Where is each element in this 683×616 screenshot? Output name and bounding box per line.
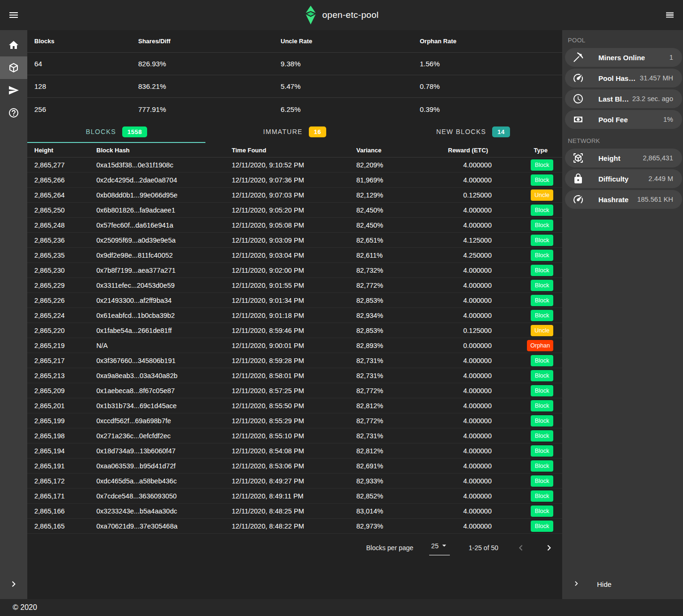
stats-cell: 1.56% [420,60,562,68]
time-cell: 12/11/2020, 9:01:18 PM [232,312,356,319]
hash-cell: 0x9df2e98e...811fc40052 [96,252,232,259]
pool-section-title: POOL [562,30,683,48]
left-nav-rail [0,30,27,599]
next-page-button[interactable] [543,542,555,553]
sidebar-item-help[interactable] [0,102,27,124]
reward-cell: 4.000000 [448,372,492,379]
stat-label: Height [598,154,620,162]
type-badge: Block [531,400,553,411]
height-cell: 2,865,219 [34,342,96,349]
stat-value: 31.457 MH [638,74,673,82]
height-cell: 2,865,226 [34,297,96,304]
type-cell: Block [492,310,562,321]
block-row: 2,865,2640xb08dd0b1...99e066d95e12/11/20… [27,188,562,203]
time-cell: 12/11/2020, 8:55:50 PM [232,402,356,410]
tab-count-badge: 16 [309,126,326,137]
time-cell: 12/11/2020, 9:02:00 PM [232,267,356,274]
hide-sidebar-button[interactable]: Hide [562,575,683,593]
type-cell: Uncle [492,325,562,336]
variance-cell: 82,732% [356,267,448,274]
type-badge: Orphan [527,340,553,351]
stat-item-pool-hashrate: Pool Hashrate31.457 MH [565,69,682,87]
height-cell: 2,865,230 [34,267,96,274]
sidebar-item-payments[interactable] [0,79,27,102]
stats-cell: 64 [34,60,138,68]
type-badge: Uncle [531,325,553,336]
variance-cell: 83,014% [356,507,448,515]
type-cell: Block [492,521,562,532]
height-cell: 2,865,266 [34,176,96,184]
reward-cell: 4.000000 [448,297,492,304]
tab-new-blocks[interactable]: NEW BLOCKS14 [384,120,562,143]
reward-cell: 4.000000 [448,176,492,184]
type-badge: Block [531,295,553,306]
menu-icon[interactable] [8,9,19,21]
prev-page-button[interactable] [515,542,526,553]
time-cell: 12/11/2020, 8:59:46 PM [232,327,356,334]
tab-blocks[interactable]: BLOCKS1558 [27,120,205,143]
expand-sidebar-button[interactable] [0,573,27,595]
reward-cell: 4.000000 [448,387,492,395]
stats-cell: 6.25% [281,105,420,113]
stats-header: Blocks [34,38,138,45]
variance-cell: 82,893% [356,342,448,349]
height-cell: 2,865,220 [34,327,96,334]
tab-count-badge: 1558 [122,126,147,137]
time-cell: 12/11/2020, 9:07:03 PM [232,191,356,199]
type-cell: Block [492,174,562,186]
hash-cell: 0xdc465d5a...a58beb436c [96,477,232,485]
tab-immature[interactable]: IMMATURE16 [205,120,384,143]
variance-cell: 82,450% [356,221,448,229]
stats-row: 256777.91%6.25%0.39% [27,98,562,120]
stat-value: 185.561 KH [635,196,673,203]
cash-icon [573,114,584,125]
main-content: Blocks Shares/Diff Uncle Rate Orphan Rat… [27,30,562,599]
type-cell: Block [492,295,562,306]
stats-header: Orphan Rate [420,38,562,45]
reward-cell: 0.000000 [448,342,492,349]
block-row: 2,865,2660x2dc4295d...2dae0a870412/11/20… [27,173,562,188]
sidebar-item-blocks[interactable] [0,56,27,79]
block-row: 2,865,1980x271a236c...0efcfdf2ec12/11/20… [27,428,562,443]
type-badge: Block [531,355,553,366]
copyright-text: © 2020 [13,603,37,612]
type-cell: Block [492,220,562,231]
type-badge: Block [531,235,553,246]
blocks-header-row: Height Block Hash Time Found Variance Re… [27,143,562,158]
right-menu-icon[interactable] [664,9,675,21]
per-page-select[interactable]: 25 [429,541,450,555]
reward-cell: 4.000000 [448,221,492,229]
type-badge: Block [531,265,553,276]
hash-cell: 0x3f367660...345806b191 [96,357,232,364]
height-cell: 2,865,165 [34,522,96,530]
type-cell: Block [492,235,562,246]
block-row: 2,865,2090x1aebeca8...8f67c05e8712/11/20… [27,383,562,398]
reward-cell: 4.125000 [448,237,492,244]
gauge-icon [573,194,584,205]
hash-cell: 0xccdf562f...69a698b7fe [96,417,232,425]
reward-cell: 4.000000 [448,161,492,169]
reward-cell: 4.250000 [448,252,492,259]
block-row: 2,865,2130xa9a8eab3...03a340a82b12/11/20… [27,368,562,383]
height-cell: 2,865,224 [34,312,96,319]
type-badge: Block [531,310,553,321]
sidebar-item-home[interactable] [0,34,27,56]
variance-cell: 82,611% [356,252,448,259]
caret-down-icon [440,541,449,550]
height-cell: 2,865,201 [34,402,96,410]
brand: open-etc-pool [304,0,378,30]
type-badge: Block [531,280,553,291]
block-row: 2,865,1720xdc465d5a...a58beb436c12/11/20… [27,474,562,489]
height-cell: 2,865,172 [34,477,96,485]
lock-icon [573,173,584,184]
time-cell: 12/11/2020, 9:07:36 PM [232,176,356,184]
height-cell: 2,865,213 [34,372,96,379]
variance-cell: 82,209% [356,161,448,169]
type-badge: Uncle [531,190,553,201]
stats-cell: 777.91% [138,105,281,113]
block-row: 2,865,1940x18d734a9...13b6060f4712/11/20… [27,443,562,458]
hash-cell: 0x18d734a9...13b6060f47 [96,447,232,455]
hide-label: Hide [597,580,612,588]
block-row: 2,865,1650xa70621d9...37e305468a12/11/20… [27,519,562,534]
stat-label: Difficulty [598,175,628,183]
